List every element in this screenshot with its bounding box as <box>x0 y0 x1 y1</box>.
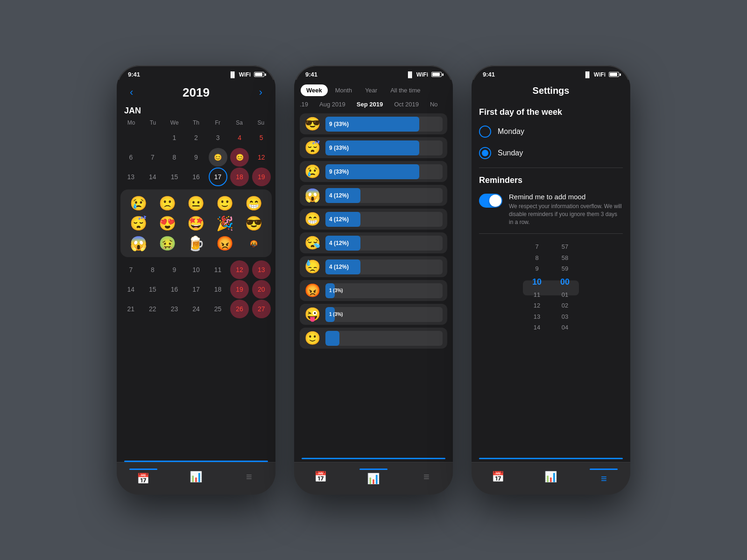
option-monday[interactable]: Monday <box>472 121 630 142</box>
cal-day-3[interactable]: 3 <box>209 128 227 147</box>
emoji-celebrate[interactable]: 🎉 <box>212 215 238 231</box>
cal-day-12[interactable]: 12 <box>252 148 271 167</box>
phone-stats: 9:41 ▐▌ WiFi Week Month Year All the tim… <box>294 65 453 495</box>
cal-c-22[interactable]: 22 <box>143 300 162 318</box>
tab-stats-2[interactable]: 📊 <box>359 469 388 485</box>
timeline-aug[interactable]: Aug 2019 <box>314 101 351 108</box>
time-m-00: 00 <box>560 274 570 289</box>
status-icons-3: ▐▌ WiFi <box>584 71 619 78</box>
stat-bar-2: 9 (33%) <box>325 164 419 179</box>
next-year-button[interactable]: › <box>255 84 266 100</box>
cal-day-18[interactable]: 18 <box>230 168 249 186</box>
battery-icon-3 <box>609 72 619 77</box>
radio-sunday[interactable] <box>479 147 491 159</box>
year-label: 2019 <box>183 85 210 100</box>
cal-day-7[interactable]: 7 <box>143 148 162 167</box>
stat-bar-3: 4 (12%) <box>325 188 360 203</box>
option-sunday[interactable]: Sunday <box>472 142 630 164</box>
cal-b-14[interactable]: 14 <box>121 280 140 299</box>
cal-c-23[interactable]: 23 <box>165 300 183 318</box>
emoji-picker-panel[interactable]: 😢 🙁 😐 🙂 😁 😴 😍 🤩 🎉 😎 😱 🤢 🍺 😡 🤬 <box>120 189 272 257</box>
time-minutes-col[interactable]: 57 58 59 00 01 02 03 04 <box>551 241 579 333</box>
tab-calendar-2[interactable]: 📅 <box>307 471 335 483</box>
tab-month[interactable]: Month <box>330 84 358 96</box>
cal-a-12[interactable]: 12 <box>230 260 249 279</box>
toggle-container[interactable] <box>479 194 502 208</box>
cal-day-8[interactable]: 8 <box>165 148 183 167</box>
cal-b-18[interactable]: 18 <box>209 280 227 299</box>
cal-a-8[interactable]: 8 <box>143 260 162 279</box>
emoji-cool[interactable]: 😎 <box>241 215 266 231</box>
cal-a-7[interactable]: 7 <box>121 260 140 279</box>
cal-day-5[interactable]: 5 <box>252 128 271 147</box>
tab-calendar-1[interactable]: 📅 <box>129 469 157 485</box>
emoji-scared[interactable]: 😱 <box>126 235 151 252</box>
cal-day-today[interactable]: 17 <box>209 168 227 186</box>
tab-week[interactable]: Week <box>301 84 328 96</box>
emoji-sleepy[interactable]: 😴 <box>126 215 151 231</box>
emoji-love[interactable]: 😍 <box>155 215 180 231</box>
emoji-neutral[interactable]: 😐 <box>183 195 209 211</box>
timeline-sep[interactable]: Sep 2019 <box>351 101 388 108</box>
calendar-week-3: 13 14 15 16 17 18 19 <box>117 167 275 187</box>
reminder-toggle[interactable] <box>479 194 502 208</box>
tab-settings-3[interactable]: ≡ <box>590 469 618 485</box>
emoji-sick[interactable]: 🤢 <box>155 235 180 252</box>
cal-c-21[interactable]: 21 <box>121 300 140 318</box>
tab-calendar-3[interactable]: 📅 <box>484 471 512 483</box>
timeline-nov[interactable]: No <box>424 101 444 108</box>
cal-day-2[interactable]: 2 <box>187 128 205 147</box>
prev-year-button[interactable]: ‹ <box>126 84 137 100</box>
reminder-main: Remind me to add mood <box>509 193 623 201</box>
timeline-oct[interactable]: Oct 2019 <box>388 101 424 108</box>
cal-c-24[interactable]: 24 <box>187 300 205 318</box>
time-3: 9:41 <box>483 71 495 78</box>
cal-day-16[interactable]: 16 <box>187 168 205 186</box>
cal-day-1[interactable]: 1 <box>165 128 183 147</box>
tab-settings-1[interactable]: ≡ <box>235 471 263 483</box>
cal-b-16[interactable]: 16 <box>165 280 183 299</box>
tab-year[interactable]: Year <box>359 84 383 96</box>
cal-c-25[interactable]: 25 <box>209 300 227 318</box>
emoji-grin[interactable]: 😁 <box>241 195 266 211</box>
cal-day-10[interactable]: 😊 <box>209 148 227 167</box>
cal-a-10[interactable]: 10 <box>187 260 205 279</box>
cal-c-26[interactable]: 26 <box>230 300 249 318</box>
cal-c-27[interactable]: 27 <box>252 300 271 318</box>
tab-stats-1[interactable]: 📊 <box>182 471 210 483</box>
tab-active-bar <box>129 469 157 470</box>
cal-day-9[interactable]: 9 <box>187 148 205 167</box>
cal-b-20[interactable]: 20 <box>252 280 271 299</box>
tab-bar-2: 📅 📊 ≡ <box>294 462 453 495</box>
time-picker[interactable]: 7 8 9 10 11 12 13 14 57 58 59 00 01 02 0… <box>472 238 630 336</box>
cal-b-19[interactable]: 19 <box>230 280 249 299</box>
time-m-57: 57 <box>562 241 568 252</box>
emoji-sad[interactable]: 🙁 <box>155 195 180 211</box>
radio-monday[interactable] <box>479 126 491 138</box>
emoji-party[interactable]: 🤩 <box>183 215 209 231</box>
cal-a-11[interactable]: 11 <box>209 260 227 279</box>
cal-day-15[interactable]: 15 <box>165 168 183 186</box>
cal-b-15[interactable]: 15 <box>143 280 162 299</box>
cal-b-17[interactable]: 17 <box>187 280 205 299</box>
cal-day-13[interactable]: 13 <box>121 168 140 186</box>
time-h-10: 10 <box>532 274 542 289</box>
cal-day-11[interactable]: 😊 <box>230 148 249 167</box>
cal-a-13[interactable]: 13 <box>252 260 271 279</box>
cal-day-19[interactable]: 19 <box>252 168 271 186</box>
timeline-scroll[interactable]: .19 Aug 2019 Sep 2019 Oct 2019 No <box>294 99 453 112</box>
time-hours-col[interactable]: 7 8 9 10 11 12 13 14 <box>523 241 551 333</box>
emoji-smile[interactable]: 🙂 <box>212 195 238 211</box>
emoji-beer[interactable]: 🍺 <box>183 235 209 252</box>
cal-day-4[interactable]: 4 <box>230 128 249 147</box>
cal-day-14[interactable]: 14 <box>143 168 162 186</box>
emoji-curse[interactable]: 🤬 <box>241 235 266 252</box>
tab-all-time[interactable]: All the time <box>385 84 426 96</box>
stat-emoji-2: 😢 <box>304 164 321 179</box>
cal-a-9[interactable]: 9 <box>165 260 183 279</box>
tab-settings-2[interactable]: ≡ <box>412 471 440 483</box>
emoji-angry[interactable]: 😡 <box>212 235 238 252</box>
tab-stats-3[interactable]: 📊 <box>537 471 565 483</box>
cal-day-6[interactable]: 6 <box>121 148 140 167</box>
emoji-crying[interactable]: 😢 <box>126 195 151 211</box>
